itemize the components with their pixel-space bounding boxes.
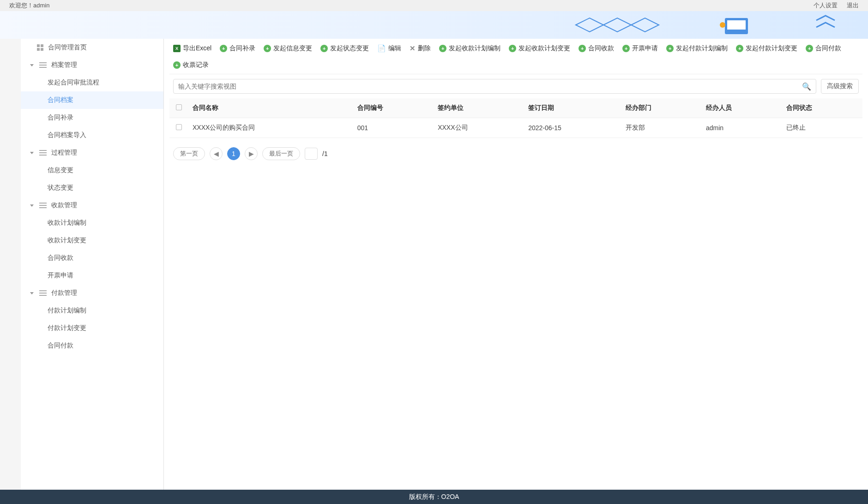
select-all-checkbox[interactable] (176, 104, 182, 110)
recv-plan-change-button[interactable]: +发起收款计划变更 (509, 44, 570, 53)
sidebar-item-invoice[interactable]: 开票申请 (21, 267, 163, 284)
sidebar-item-contract-pay[interactable]: 合同付款 (21, 337, 163, 354)
edit-button[interactable]: 📄编辑 (377, 44, 401, 53)
plus-icon: + (579, 45, 586, 52)
plus-icon: + (439, 45, 446, 52)
plus-icon: + (320, 45, 328, 52)
group-label: 过程管理 (51, 149, 77, 157)
data-table: 合同名称 合同编号 签约单位 签订日期 经办部门 经办人员 合同状态 XXXX公… (169, 98, 862, 138)
last-page-button[interactable]: 最后一页 (262, 147, 300, 160)
plus-icon: + (173, 61, 181, 69)
status-change-button[interactable]: +发起状态变更 (320, 44, 369, 53)
cell-unit: XXXX公司 (433, 118, 524, 138)
personal-settings-link[interactable]: 个人设置 (814, 2, 838, 9)
sidebar-item-info-change[interactable]: 信息变更 (21, 162, 163, 179)
cell-status: 已终止 (782, 118, 862, 138)
next-page-button[interactable]: ▶ (245, 147, 258, 160)
delete-button[interactable]: ✕删除 (410, 44, 431, 53)
banner (0, 11, 868, 39)
svg-rect-1 (727, 20, 746, 30)
sidebar-group-pay[interactable]: 付款管理 (21, 284, 163, 302)
chevron-down-icon (30, 64, 34, 66)
sidebar-item-supplement[interactable]: 合同补录 (21, 109, 163, 126)
plus-icon: + (806, 45, 813, 52)
chevron-down-icon (30, 152, 34, 154)
page-1-button[interactable]: 1 (227, 147, 240, 160)
plus-icon: + (220, 45, 227, 52)
ticket-record-button[interactable]: +收票记录 (173, 61, 209, 69)
col-name: 合同名称 (188, 98, 353, 118)
sidebar-home-label: 合同管理首页 (48, 43, 87, 52)
info-change-button[interactable]: +发起信息变更 (264, 44, 312, 53)
col-unit: 签约单位 (433, 98, 524, 118)
menu-icon (39, 290, 47, 296)
prev-page-button[interactable]: ◀ (210, 147, 223, 160)
search-box: 🔍 (173, 79, 816, 94)
contract-pay-button[interactable]: +合同付款 (806, 44, 841, 53)
logout-link[interactable]: 退出 (847, 2, 859, 9)
recv-plan-button[interactable]: +发起收款计划编制 (439, 44, 500, 53)
pay-plan-change-button[interactable]: +发起付款计划变更 (736, 44, 797, 53)
col-code: 合同编号 (353, 98, 433, 118)
sidebar-home[interactable]: 合同管理首页 (21, 39, 163, 56)
svg-point-2 (720, 22, 725, 28)
chevron-down-icon (30, 204, 34, 207)
plus-icon: + (622, 45, 630, 52)
delete-icon: ✕ (410, 44, 416, 53)
col-person: 经办人员 (701, 98, 782, 118)
cell-dept: 开发部 (621, 118, 701, 138)
sidebar-group-process[interactable]: 过程管理 (21, 144, 163, 162)
table-header-row: 合同名称 合同编号 签约单位 签订日期 经办部门 经办人员 合同状态 (169, 98, 862, 118)
sidebar-item-pay-plan-change[interactable]: 付款计划变更 (21, 319, 163, 337)
plus-icon: + (736, 45, 743, 52)
sidebar-item-recv-plan[interactable]: 收款计划编制 (21, 214, 163, 232)
sidebar-group-receive[interactable]: 收款管理 (21, 197, 163, 214)
export-excel-button[interactable]: X导出Excel (173, 44, 211, 53)
pay-plan-button[interactable]: +发起付款计划编制 (666, 44, 728, 53)
page-total: /1 (322, 150, 328, 157)
row-checkbox[interactable] (176, 124, 182, 130)
welcome-text: 欢迎您！admin (9, 1, 49, 10)
page-input[interactable] (305, 148, 318, 160)
sidebar-item-status-change[interactable]: 状态变更 (21, 179, 163, 197)
plus-icon: + (666, 45, 674, 52)
advanced-search-button[interactable]: 高级搜索 (821, 79, 859, 94)
plus-icon: + (264, 45, 271, 52)
col-dept: 经办部门 (621, 98, 701, 118)
menu-icon (39, 62, 47, 68)
sidebar: 合同管理首页 档案管理 发起合同审批流程 合同档案 合同补录 合同档案导入 过程… (21, 39, 164, 490)
search-row: 🔍 高级搜索 (169, 74, 862, 98)
sidebar-item-pay-plan[interactable]: 付款计划编制 (21, 302, 163, 319)
menu-icon (39, 203, 47, 208)
edit-icon: 📄 (377, 44, 386, 53)
invoice-apply-button[interactable]: +开票申请 (622, 44, 658, 53)
plus-icon: + (509, 45, 516, 52)
supplement-button[interactable]: +合同补录 (220, 44, 255, 53)
menu-icon (39, 150, 47, 156)
cell-person: admin (701, 118, 782, 138)
search-input[interactable] (178, 83, 802, 90)
excel-icon: X (173, 45, 181, 52)
group-label: 收款管理 (51, 201, 77, 210)
grid-icon (37, 44, 43, 51)
cell-code: 001 (353, 118, 433, 138)
sidebar-item-archive[interactable]: 合同档案 (21, 91, 163, 109)
sidebar-group-archives[interactable]: 档案管理 (21, 56, 163, 74)
sidebar-item-recv-plan-change[interactable]: 收款计划变更 (21, 232, 163, 249)
col-status: 合同状态 (782, 98, 862, 118)
sidebar-item-import[interactable]: 合同档案导入 (21, 126, 163, 144)
chevron-down-icon (30, 292, 34, 294)
toolbar: X导出Excel +合同补录 +发起信息变更 +发起状态变更 📄编辑 ✕删除 +… (169, 39, 862, 74)
cell-date: 2022-06-15 (524, 118, 621, 138)
contract-recv-button[interactable]: +合同收款 (579, 44, 614, 53)
sidebar-item-approval[interactable]: 发起合同审批流程 (21, 74, 163, 91)
col-date: 签订日期 (524, 98, 621, 118)
group-label: 档案管理 (51, 61, 77, 69)
top-header: 欢迎您！admin 个人设置 退出 (0, 0, 868, 11)
group-label: 付款管理 (51, 289, 77, 297)
sidebar-item-contract-recv[interactable]: 合同收款 (21, 249, 163, 267)
first-page-button[interactable]: 第一页 (173, 147, 205, 160)
table-row[interactable]: XXXX公司的购买合同 001 XXXX公司 2022-06-15 开发部 ad… (169, 118, 862, 138)
main-content: X导出Excel +合同补录 +发起信息变更 +发起状态变更 📄编辑 ✕删除 +… (164, 39, 868, 490)
search-icon[interactable]: 🔍 (802, 82, 811, 91)
